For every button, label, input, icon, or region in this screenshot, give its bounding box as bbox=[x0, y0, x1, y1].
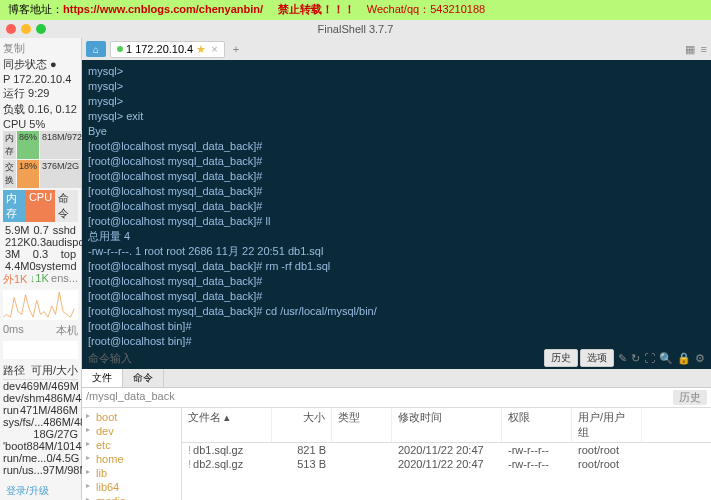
blog-url: https://www.cnblogs.com/chenyanbin/ bbox=[63, 3, 263, 15]
disk-row: dev/shm486M/486M bbox=[3, 392, 78, 404]
search-icon[interactable]: 🔍 bbox=[659, 352, 673, 365]
swap-label: 交换 bbox=[3, 160, 16, 188]
terminal-line: [root@localhost mysql_data_back]# bbox=[88, 139, 705, 154]
lock-icon[interactable]: 🔒 bbox=[677, 352, 691, 365]
options-button[interactable]: 选项 bbox=[580, 349, 614, 367]
terminal-line: [root@localhost mysql_data_back]# bbox=[88, 184, 705, 199]
net-in: ↓1K bbox=[30, 272, 49, 287]
contact-value: 543210188 bbox=[430, 3, 485, 15]
tree-item[interactable]: boot bbox=[84, 410, 179, 424]
home-button[interactable]: ⌂ bbox=[86, 41, 106, 57]
net-if: ens... bbox=[51, 272, 78, 287]
col-size[interactable]: 大小 bbox=[272, 408, 332, 442]
watermark-banner: 博客地址：https://www.cnblogs.com/chenyanbin/… bbox=[0, 0, 711, 20]
ping-chart bbox=[3, 341, 78, 359]
status-sidebar: 复制 同步状态 ● P 172.20.10.4 运行 9:29 负载 0.16,… bbox=[0, 38, 82, 500]
tab-num: 1 bbox=[126, 43, 132, 55]
terminal[interactable]: mysql>mysql>mysql>mysql> exitBye[root@lo… bbox=[82, 60, 711, 347]
no-reprint: 禁止转载！！！ bbox=[278, 3, 355, 15]
mem-label: 内存 bbox=[3, 131, 16, 159]
tab-ip: 172.20.10.4 bbox=[135, 43, 193, 55]
status-dot-icon bbox=[117, 46, 123, 52]
path-history-button[interactable]: 历史 bbox=[673, 390, 707, 405]
cpu-label: CPU bbox=[3, 118, 26, 130]
proc-tab-mem[interactable]: 内存 bbox=[3, 190, 26, 222]
file-row[interactable]: !db2.sql.gz513 B2020/11/22 20:47-rw-r--r… bbox=[182, 457, 711, 471]
disk-row: run471M/486M bbox=[3, 404, 78, 416]
process-row: 5.9M0.7sshd bbox=[3, 224, 78, 236]
blog-label: 博客地址： bbox=[8, 3, 63, 15]
col-name[interactable]: 文件名 ▴ bbox=[182, 408, 272, 442]
tool-icon[interactable]: ✎ bbox=[618, 352, 627, 365]
ip-address: P 172.20.10.4 bbox=[3, 73, 78, 85]
sync-status: 同步状态 ● bbox=[3, 57, 78, 72]
app-title: FinalShell 3.7.7 bbox=[318, 23, 394, 35]
tab-files[interactable]: 文件 bbox=[82, 369, 123, 387]
uptime: 运行 9:29 bbox=[3, 86, 78, 101]
tree-item[interactable]: lib bbox=[84, 466, 179, 480]
command-input-row: 命令输入 历史 选项 ✎ ↻ ⛶ 🔍 🔒 ⚙ bbox=[82, 347, 711, 369]
terminal-line: mysql> bbox=[88, 79, 705, 94]
tree-item[interactable]: dev bbox=[84, 424, 179, 438]
expand-icon[interactable]: ⛶ bbox=[644, 352, 655, 365]
disk-row: 18G/27G bbox=[3, 428, 78, 440]
chart-host: 本机 bbox=[56, 323, 78, 338]
col-type[interactable]: 类型 bbox=[332, 408, 392, 442]
terminal-line: 总用量 4 bbox=[88, 229, 705, 244]
tree-item[interactable]: lib64 bbox=[84, 480, 179, 494]
terminal-line: [root@localhost bin]# bbox=[88, 334, 705, 347]
maximize-button[interactable] bbox=[36, 24, 46, 34]
gear-icon[interactable]: ⚙ bbox=[695, 352, 705, 365]
process-row: 212K0.3audispd bbox=[3, 236, 78, 248]
new-tab-button[interactable]: + bbox=[229, 43, 243, 55]
terminal-line: -rw-r--r--. 1 root root 2686 11月 22 20:5… bbox=[88, 244, 705, 259]
mem-pct: 86% bbox=[17, 131, 39, 159]
net-out: 外1K bbox=[3, 272, 27, 287]
cmd-placeholder[interactable]: 命令输入 bbox=[88, 351, 132, 366]
disk-hdr-avail: 可用/大小 bbox=[31, 363, 78, 378]
terminal-line: [root@localhost mysql_data_back]# bbox=[88, 289, 705, 304]
col-owner[interactable]: 用户/用户组 bbox=[572, 408, 642, 442]
tree-item[interactable]: home bbox=[84, 452, 179, 466]
terminal-line: mysql> bbox=[88, 94, 705, 109]
terminal-line: Bye bbox=[88, 124, 705, 139]
terminal-line: [root@localhost mysql_data_back]# bbox=[88, 169, 705, 184]
close-tab-icon[interactable]: × bbox=[211, 43, 217, 55]
col-perm[interactable]: 权限 bbox=[502, 408, 572, 442]
list-icon[interactable]: ≡ bbox=[701, 43, 707, 56]
load-avg: 负载 0.16, 0.12, 0.07 bbox=[3, 102, 78, 117]
tree-item[interactable]: media bbox=[84, 494, 179, 500]
current-path[interactable]: /mysql_data_back bbox=[86, 390, 175, 405]
minimize-button[interactable] bbox=[21, 24, 31, 34]
terminal-line: [root@localhost mysql_data_back]# cd /us… bbox=[88, 304, 705, 319]
proc-tab-cmd[interactable]: 命令 bbox=[55, 190, 78, 222]
bottom-tabs: 文件 命令 bbox=[82, 369, 711, 388]
terminal-line: [root@localhost mysql_data_back]# rm -rf… bbox=[88, 259, 705, 274]
disk-row: 'boot884M/1014M bbox=[3, 440, 78, 452]
terminal-line: mysql> bbox=[88, 64, 705, 79]
contact-label: Wechat/qq： bbox=[367, 3, 430, 15]
file-row[interactable]: !db1.sql.gz821 B2020/11/22 20:47-rw-r--r… bbox=[182, 443, 711, 457]
tree-item[interactable]: etc bbox=[84, 438, 179, 452]
refresh-icon[interactable]: ↻ bbox=[631, 352, 640, 365]
proc-tab-cpu[interactable]: CPU bbox=[26, 190, 55, 222]
chart-time: 0ms bbox=[3, 323, 24, 338]
close-button[interactable] bbox=[6, 24, 16, 34]
terminal-line: [root@localhost mysql_data_back]# ll bbox=[88, 214, 705, 229]
terminal-line: [root@localhost mysql_data_back]# bbox=[88, 274, 705, 289]
disk-row: run/us...97M/98M bbox=[3, 464, 78, 476]
disk-row: run/me...0/4.5G bbox=[3, 452, 78, 464]
folder-tree[interactable]: bootdevetchomeliblib64mediamntmysql_data… bbox=[82, 408, 182, 500]
swap-val: 376M/2G bbox=[40, 160, 81, 188]
disk-row: dev469M/469M bbox=[3, 380, 78, 392]
process-row: 4.4M0systemd bbox=[3, 260, 78, 272]
cpu-percent: 5% bbox=[29, 118, 45, 130]
copy-label: 复制 bbox=[3, 41, 78, 56]
grid-icon[interactable]: ▦ bbox=[685, 43, 695, 56]
tab-commands[interactable]: 命令 bbox=[123, 369, 164, 387]
terminal-line: [root@localhost mysql_data_back]# bbox=[88, 199, 705, 214]
col-date[interactable]: 修改时间 bbox=[392, 408, 502, 442]
history-button[interactable]: 历史 bbox=[544, 349, 578, 367]
login-upgrade-link[interactable]: 登录/升级 bbox=[0, 482, 55, 500]
session-tab[interactable]: 1 172.20.10.4 ★ × bbox=[110, 41, 225, 58]
